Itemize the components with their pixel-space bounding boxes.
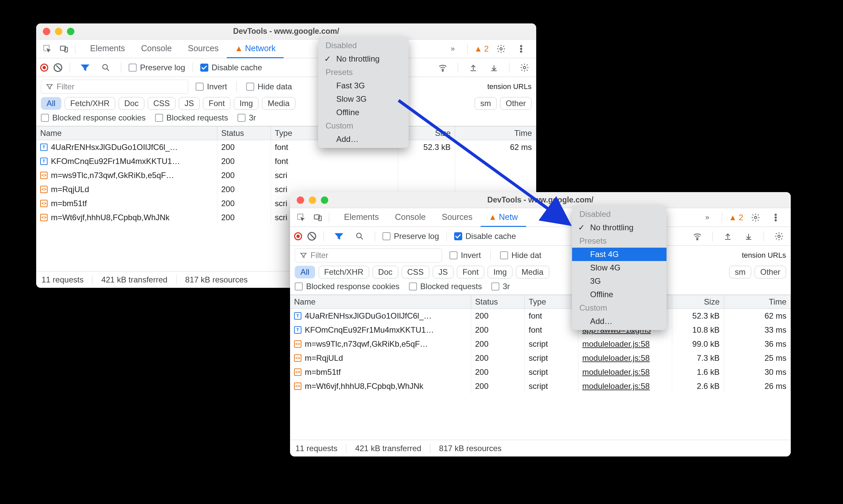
separator: [458, 62, 458, 73]
filter-toggle-icon[interactable]: [331, 229, 347, 244]
col-status[interactable]: Status: [217, 126, 270, 140]
col-name[interactable]: Name: [290, 295, 471, 309]
minimize-window-button[interactable]: [55, 28, 62, 35]
blocked-cookies-checkbox[interactable]: Blocked response cookies: [295, 282, 400, 291]
clear-button[interactable]: [308, 232, 316, 240]
chip-js[interactable]: JS: [433, 266, 454, 278]
chip-css[interactable]: CSS: [402, 266, 429, 278]
initiator-link[interactable]: moduleloader.js:58: [582, 354, 650, 362]
extension-urls-text: tension URLs: [487, 82, 531, 91]
chip-fetchxhr[interactable]: Fetch/XHR: [318, 266, 369, 278]
col-time[interactable]: Time: [724, 295, 791, 309]
search-icon[interactable]: [98, 60, 113, 75]
chip-other[interactable]: Other: [755, 266, 786, 278]
tab-network[interactable]: ▲Network: [227, 39, 284, 58]
filter-input[interactable]: Filter: [295, 248, 442, 263]
dropdown-item[interactable]: 3G: [572, 274, 667, 288]
table-row[interactable]: <>m=bm51tf200scriptmoduleloader.js:581.6…: [290, 365, 791, 379]
issues-badge[interactable]: ▲2: [474, 44, 489, 54]
throttling-dropdown[interactable]: DisabledNo throttlingPresetsFast 4GSlow …: [572, 205, 667, 330]
issues-badge[interactable]: ▲2: [729, 213, 743, 222]
dropdown-item[interactable]: Fast 4G: [572, 248, 667, 261]
initiator-link[interactable]: moduleloader.js:58: [582, 339, 650, 348]
upload-icon[interactable]: [466, 60, 481, 75]
clear-button[interactable]: [54, 63, 62, 72]
record-button[interactable]: [40, 64, 48, 72]
zoom-window-button[interactable]: [321, 196, 328, 204]
download-icon[interactable]: [486, 60, 502, 75]
hide-data-urls-checkbox[interactable]: Hide dat: [500, 251, 541, 260]
initiator-link[interactable]: moduleloader.js:58: [582, 381, 650, 391]
chip-js[interactable]: JS: [179, 97, 199, 110]
device-toolbar-icon[interactable]: [310, 210, 326, 225]
chip-fetchxhr[interactable]: Fetch/XHR: [65, 97, 115, 110]
chip-wasm-cut[interactable]: sm: [729, 266, 751, 278]
col-name[interactable]: Name: [36, 126, 217, 140]
table-row[interactable]: T4UaRrENHsxJlGDuGo1OIlJfC6l_…200fontapp?…: [290, 309, 791, 323]
table-row[interactable]: <>m=Wt6vjf,hhhU8,FCpbqb,WhJNk200scriptmo…: [290, 379, 791, 393]
chip-font[interactable]: Font: [203, 97, 230, 110]
col-size[interactable]: Size: [672, 295, 724, 309]
dropdown-item[interactable]: Fast 3G: [318, 79, 409, 92]
settings-icon[interactable]: [748, 210, 763, 225]
preserve-log-checkbox[interactable]: Preserve log: [129, 63, 185, 72]
wifi-icon[interactable]: [690, 229, 705, 244]
dropdown-item[interactable]: No throttling: [318, 52, 409, 66]
more-tabs-button[interactable]: »: [700, 210, 715, 225]
more-tabs-button[interactable]: »: [445, 41, 460, 57]
dropdown-item[interactable]: Slow 4G: [572, 261, 667, 274]
col-status[interactable]: Status: [471, 295, 525, 309]
kebab-menu-icon[interactable]: [768, 210, 784, 225]
network-settings-icon[interactable]: [771, 229, 787, 244]
disable-cache-checkbox[interactable]: Disable cache: [200, 63, 262, 72]
blocked-requests-checkbox[interactable]: Blocked requests: [155, 113, 228, 123]
inspect-element-icon[interactable]: [39, 41, 55, 57]
chip-all[interactable]: All: [41, 97, 61, 110]
table-row[interactable]: <>m=RqjULd200scriptmoduleloader.js:587.3…: [290, 351, 791, 365]
chip-img[interactable]: Img: [234, 97, 259, 110]
minimize-window-button[interactable]: [309, 196, 316, 204]
tab-elements[interactable]: Elements: [336, 208, 387, 227]
dropdown-item[interactable]: Add…: [572, 314, 667, 328]
filter-toggle-icon[interactable]: [77, 60, 93, 75]
table-row[interactable]: TKFOmCnqEu92Fr1Mu4mxKKTU1…200fontapp?aww…: [290, 323, 791, 337]
settings-icon[interactable]: [493, 41, 509, 57]
close-window-button[interactable]: [297, 196, 304, 204]
blocked-requests-checkbox[interactable]: Blocked requests: [409, 282, 482, 291]
table-row[interactable]: <>m=ws9Tlc,n73qwf,GkRiKb,e5qF…200scriptm…: [290, 337, 791, 351]
chip-media[interactable]: Media: [516, 266, 549, 278]
chip-doc[interactable]: Doc: [372, 266, 398, 278]
hide-data-urls-checkbox[interactable]: Hide data: [246, 82, 292, 91]
col-type[interactable]: Type: [525, 295, 578, 309]
thirdparty-checkbox[interactable]: 3r: [238, 113, 256, 123]
inspect-element-icon[interactable]: [293, 210, 309, 225]
initiator-link[interactable]: moduleloader.js:58: [582, 367, 650, 377]
search-icon[interactable]: [352, 229, 367, 244]
blocked-cookies-checkbox[interactable]: Blocked response cookies: [41, 113, 146, 123]
chip-all[interactable]: All: [295, 266, 315, 278]
font-file-icon: T: [40, 158, 48, 165]
invert-checkbox[interactable]: Invert: [196, 82, 227, 91]
dropdown-item[interactable]: No throttling: [572, 221, 667, 234]
upload-icon[interactable]: [720, 229, 736, 244]
chip-img[interactable]: Img: [488, 266, 512, 278]
tab-elements[interactable]: Elements: [82, 39, 133, 58]
chip-doc[interactable]: Doc: [119, 97, 144, 110]
zoom-window-button[interactable]: [67, 28, 74, 35]
kebab-menu-icon[interactable]: [513, 41, 529, 57]
chip-font[interactable]: Font: [457, 266, 484, 278]
network-settings-icon[interactable]: [517, 60, 532, 75]
record-button[interactable]: [294, 232, 302, 240]
tab-sources[interactable]: Sources: [180, 39, 227, 58]
filter-input[interactable]: Filter: [41, 80, 188, 94]
close-window-button[interactable]: [43, 28, 50, 35]
chip-css[interactable]: CSS: [148, 97, 176, 110]
invert-checkbox[interactable]: Invert: [450, 251, 481, 260]
dropdown-item[interactable]: Offline: [572, 288, 667, 301]
tab-console[interactable]: Console: [133, 39, 180, 58]
wifi-icon[interactable]: [435, 60, 451, 75]
device-toolbar-icon[interactable]: [56, 41, 72, 57]
thirdparty-checkbox[interactable]: 3r: [491, 282, 510, 291]
download-icon[interactable]: [741, 229, 756, 244]
chip-media[interactable]: Media: [262, 97, 295, 110]
